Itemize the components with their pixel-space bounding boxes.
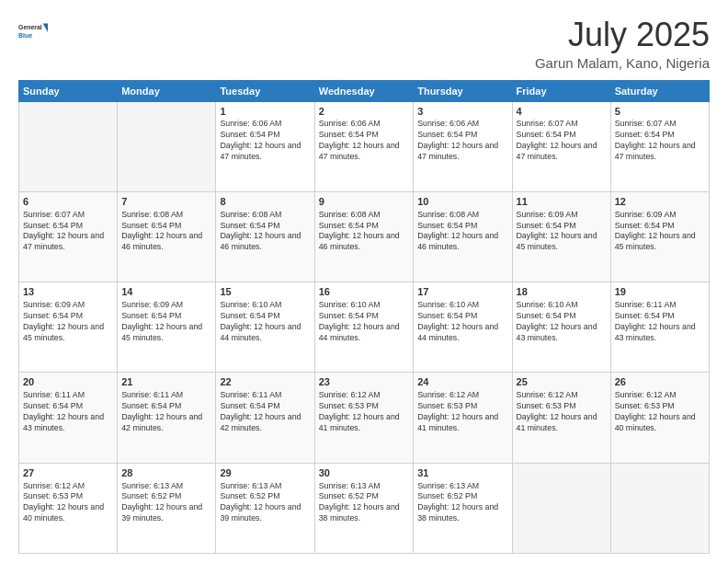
table-row: 13Sunrise: 6:09 AMSunset: 6:54 PMDayligh…	[19, 282, 118, 373]
day-number: 26	[615, 375, 705, 389]
table-row: 14Sunrise: 6:09 AMSunset: 6:54 PMDayligh…	[118, 282, 216, 373]
table-row: 16Sunrise: 6:10 AMSunset: 6:54 PMDayligh…	[314, 282, 413, 373]
day-info: Sunrise: 6:12 AMSunset: 6:53 PMDaylight:…	[517, 390, 607, 434]
main-title: July 2025	[535, 17, 710, 53]
table-row: 24Sunrise: 6:12 AMSunset: 6:53 PMDayligh…	[414, 373, 512, 463]
day-info: Sunrise: 6:08 AMSunset: 6:54 PMDaylight:…	[121, 210, 211, 254]
calendar-week-row: 13Sunrise: 6:09 AMSunset: 6:54 PMDayligh…	[19, 282, 710, 373]
day-number: 8	[220, 195, 310, 209]
table-row: 6Sunrise: 6:07 AMSunset: 6:54 PMDaylight…	[19, 191, 118, 282]
col-saturday: Saturday	[610, 80, 709, 101]
day-info: Sunrise: 6:13 AMSunset: 6:52 PMDaylight:…	[121, 481, 211, 525]
day-number: 10	[417, 195, 507, 209]
day-info: Sunrise: 6:12 AMSunset: 6:53 PMDaylight:…	[23, 481, 113, 525]
table-row: 4Sunrise: 6:07 AMSunset: 6:54 PMDaylight…	[512, 101, 610, 191]
day-number: 20	[23, 375, 113, 389]
page: GeneralBlue July 2025 Garun Malam, Kano,…	[0, 0, 728, 563]
table-row: 5Sunrise: 6:07 AMSunset: 6:54 PMDaylight…	[610, 101, 709, 191]
table-row: 22Sunrise: 6:11 AMSunset: 6:54 PMDayligh…	[216, 373, 314, 463]
day-info: Sunrise: 6:10 AMSunset: 6:54 PMDaylight:…	[417, 300, 507, 344]
table-row: 27Sunrise: 6:12 AMSunset: 6:53 PMDayligh…	[19, 463, 118, 553]
day-info: Sunrise: 6:09 AMSunset: 6:54 PMDaylight:…	[23, 300, 113, 344]
day-number: 6	[23, 195, 113, 209]
day-number: 29	[220, 466, 310, 480]
day-number: 9	[319, 195, 409, 209]
day-number: 1	[220, 105, 310, 119]
table-row: 19Sunrise: 6:11 AMSunset: 6:54 PMDayligh…	[610, 282, 709, 373]
day-info: Sunrise: 6:12 AMSunset: 6:53 PMDaylight:…	[319, 390, 409, 434]
calendar-week-row: 20Sunrise: 6:11 AMSunset: 6:54 PMDayligh…	[19, 373, 710, 463]
day-number: 12	[615, 195, 705, 209]
day-info: Sunrise: 6:08 AMSunset: 6:54 PMDaylight:…	[417, 210, 507, 254]
day-info: Sunrise: 6:09 AMSunset: 6:54 PMDaylight:…	[517, 210, 607, 254]
day-number: 5	[615, 105, 705, 119]
day-info: Sunrise: 6:11 AMSunset: 6:54 PMDaylight:…	[220, 390, 310, 434]
table-row	[19, 101, 118, 191]
day-info: Sunrise: 6:06 AMSunset: 6:54 PMDaylight:…	[319, 119, 409, 163]
table-row: 31Sunrise: 6:13 AMSunset: 6:52 PMDayligh…	[414, 463, 512, 553]
day-info: Sunrise: 6:12 AMSunset: 6:53 PMDaylight:…	[417, 390, 507, 434]
table-row: 8Sunrise: 6:08 AMSunset: 6:54 PMDaylight…	[216, 191, 314, 282]
calendar-header-row: Sunday Monday Tuesday Wednesday Thursday…	[19, 80, 710, 101]
day-number: 25	[517, 375, 607, 389]
subtitle: Garun Malam, Kano, Nigeria	[535, 55, 710, 71]
calendar-week-row: 1Sunrise: 6:06 AMSunset: 6:54 PMDaylight…	[19, 101, 710, 191]
day-number: 24	[417, 375, 507, 389]
table-row: 1Sunrise: 6:06 AMSunset: 6:54 PMDaylight…	[216, 101, 314, 191]
svg-marker-2	[43, 23, 48, 32]
day-number: 30	[319, 466, 409, 480]
day-number: 7	[121, 195, 211, 209]
svg-text:Blue: Blue	[18, 32, 32, 39]
table-row: 10Sunrise: 6:08 AMSunset: 6:54 PMDayligh…	[414, 191, 512, 282]
day-info: Sunrise: 6:10 AMSunset: 6:54 PMDaylight:…	[517, 300, 607, 344]
day-number: 23	[319, 375, 409, 389]
svg-text:General: General	[18, 24, 42, 30]
col-thursday: Thursday	[414, 80, 512, 101]
title-block: July 2025 Garun Malam, Kano, Nigeria	[535, 17, 710, 71]
col-tuesday: Tuesday	[216, 80, 314, 101]
table-row: 15Sunrise: 6:10 AMSunset: 6:54 PMDayligh…	[216, 282, 314, 373]
day-info: Sunrise: 6:06 AMSunset: 6:54 PMDaylight:…	[417, 119, 507, 163]
table-row: 12Sunrise: 6:09 AMSunset: 6:54 PMDayligh…	[610, 191, 709, 282]
day-info: Sunrise: 6:11 AMSunset: 6:54 PMDaylight:…	[615, 300, 705, 344]
table-row: 7Sunrise: 6:08 AMSunset: 6:54 PMDaylight…	[118, 191, 216, 282]
day-number: 4	[517, 105, 607, 119]
day-number: 19	[615, 285, 705, 299]
day-info: Sunrise: 6:11 AMSunset: 6:54 PMDaylight:…	[121, 390, 211, 434]
day-number: 22	[220, 375, 310, 389]
col-sunday: Sunday	[19, 80, 118, 101]
table-row: 21Sunrise: 6:11 AMSunset: 6:54 PMDayligh…	[118, 373, 216, 463]
day-number: 16	[319, 285, 409, 299]
day-number: 21	[121, 375, 211, 389]
day-info: Sunrise: 6:11 AMSunset: 6:54 PMDaylight:…	[23, 390, 113, 434]
day-number: 27	[23, 466, 113, 480]
calendar-week-row: 6Sunrise: 6:07 AMSunset: 6:54 PMDaylight…	[19, 191, 710, 282]
table-row: 29Sunrise: 6:13 AMSunset: 6:52 PMDayligh…	[216, 463, 314, 553]
day-number: 15	[220, 285, 310, 299]
day-number: 13	[23, 285, 113, 299]
table-row	[512, 463, 610, 553]
day-info: Sunrise: 6:09 AMSunset: 6:54 PMDaylight:…	[121, 300, 211, 344]
day-number: 31	[417, 466, 507, 480]
table-row	[118, 101, 216, 191]
day-number: 3	[417, 105, 507, 119]
day-info: Sunrise: 6:08 AMSunset: 6:54 PMDaylight:…	[319, 210, 409, 254]
day-info: Sunrise: 6:13 AMSunset: 6:52 PMDaylight:…	[220, 481, 310, 525]
day-info: Sunrise: 6:08 AMSunset: 6:54 PMDaylight:…	[220, 210, 310, 254]
day-info: Sunrise: 6:07 AMSunset: 6:54 PMDaylight:…	[517, 119, 607, 163]
table-row: 11Sunrise: 6:09 AMSunset: 6:54 PMDayligh…	[512, 191, 610, 282]
table-row	[610, 463, 709, 553]
table-row: 28Sunrise: 6:13 AMSunset: 6:52 PMDayligh…	[118, 463, 216, 553]
day-info: Sunrise: 6:10 AMSunset: 6:54 PMDaylight:…	[319, 300, 409, 344]
day-info: Sunrise: 6:10 AMSunset: 6:54 PMDaylight:…	[220, 300, 310, 344]
day-number: 17	[417, 285, 507, 299]
table-row: 17Sunrise: 6:10 AMSunset: 6:54 PMDayligh…	[414, 282, 512, 373]
day-info: Sunrise: 6:07 AMSunset: 6:54 PMDaylight:…	[615, 119, 705, 163]
day-info: Sunrise: 6:12 AMSunset: 6:53 PMDaylight:…	[615, 390, 705, 434]
logo-icon: GeneralBlue	[18, 17, 48, 46]
calendar-week-row: 27Sunrise: 6:12 AMSunset: 6:53 PMDayligh…	[19, 463, 710, 553]
day-number: 2	[319, 105, 409, 119]
day-info: Sunrise: 6:13 AMSunset: 6:52 PMDaylight:…	[417, 481, 507, 525]
col-wednesday: Wednesday	[314, 80, 413, 101]
day-number: 28	[121, 466, 211, 480]
